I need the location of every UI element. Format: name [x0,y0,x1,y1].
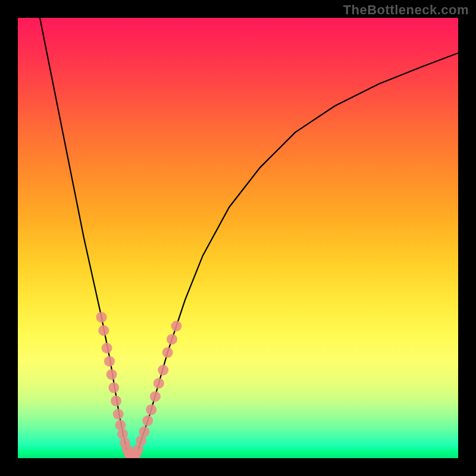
data-point [154,378,164,389]
bottleneck-curve-path [40,18,458,458]
data-point [139,427,149,437]
data-point [113,409,124,419]
data-point [101,343,112,353]
watermark-text: TheBottleneck.com [343,2,469,18]
data-point [96,312,107,322]
data-point [171,321,181,331]
data-point [162,347,173,358]
data-point [142,415,153,426]
data-point [158,365,168,375]
data-point [98,325,109,336]
data-point [150,391,161,402]
data-point [167,334,177,345]
plot-area [18,18,458,458]
data-point [146,405,156,415]
data-points [96,312,182,458]
bottleneck-curve [40,18,458,458]
data-point [107,369,117,380]
data-point [111,396,121,406]
data-point [104,356,115,367]
chart-overlay [18,18,458,458]
chart-frame: TheBottleneck.com [0,0,476,476]
data-point [108,383,119,393]
